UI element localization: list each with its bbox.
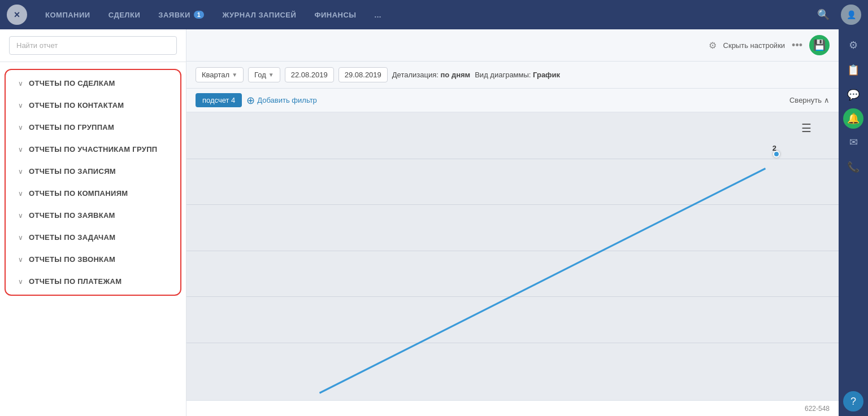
save-button[interactable]: 💾 <box>809 35 830 55</box>
filter-bar: Квартал ▼ Год ▼ 22.08.2019 29.08.2019 Де… <box>186 62 839 89</box>
right-panel: ⚙ Скрыть настройки ••• 💾 Квартал ▼ Год ▼… <box>186 29 839 416</box>
detail-label: Детализация: по дням <box>392 71 470 79</box>
search-input[interactable] <box>9 36 177 55</box>
mail-icon[interactable]: ✉ <box>842 131 865 154</box>
sidebar-item-label: ОТЧЕТЫ ПО ЗВОНКАМ <box>29 255 115 264</box>
sidebar-item-applications[interactable]: ∨ ОТЧЕТЫ ПО ЗАЯВКАМ <box>6 204 180 226</box>
nav-item-journal[interactable]: ЖУРНАЛ ЗАПИСЕЙ <box>213 0 305 29</box>
more-options-icon[interactable]: ••• <box>792 40 802 51</box>
chart-line-path <box>320 168 766 393</box>
sidebar-item-label: ОТЧЕТЫ ПО КОМПАНИЯМ <box>29 189 128 198</box>
chat-icon[interactable]: 💬 <box>842 84 865 106</box>
sidebar-item-companies[interactable]: ∨ ОТЧЕТЫ ПО КОМПАНИЯМ <box>6 182 180 204</box>
date-to[interactable]: 29.08.2019 <box>338 67 388 82</box>
active-tag[interactable]: подсчет 4 <box>196 93 242 107</box>
chevron-icon: ∨ <box>18 234 23 242</box>
sidebar-item-records[interactable]: ∨ ОТЧЕТЫ ПО ЗАПИСЯМ <box>6 160 180 182</box>
sidebar-item-tasks[interactable]: ∨ ОТЧЕТЫ ПО ЗАДАЧАМ <box>6 226 180 248</box>
sidebar-item-label: ОТЧЕТЫ ПО ЗАДАЧАМ <box>29 233 115 242</box>
plus-icon: ⊕ <box>246 94 255 107</box>
nav-item-requests[interactable]: ЗАЯВКИ 1 <box>149 0 213 29</box>
year-select[interactable]: Год ▼ <box>248 67 280 82</box>
chevron-icon: ∨ <box>18 168 23 176</box>
chevron-icon: ∨ <box>18 256 23 264</box>
sidebar-item-label: ОТЧЕТЫ ПО ЗАПИСЯМ <box>29 167 116 176</box>
close-button[interactable]: × <box>7 5 27 25</box>
collapse-button[interactable]: Свернуть ∧ <box>789 96 830 104</box>
sidebar-item-group-members[interactable]: ∨ ОТЧЕТЫ ПО УЧАСТНИКАМ ГРУПП <box>6 138 180 160</box>
chevron-icon: ∨ <box>18 80 23 87</box>
avatar[interactable]: 👤 <box>841 5 861 25</box>
chevron-icon: ∨ <box>18 102 23 110</box>
search-icon[interactable]: 🔍 <box>810 8 836 21</box>
sidebar-item-groups[interactable]: ∨ ОТЧЕТЫ ПО ГРУППАМ <box>6 116 180 138</box>
right-icons-panel: ⚙ 📋 💬 🔔 ✉ 📞 ? <box>839 29 868 416</box>
date-from[interactable]: 22.08.2019 <box>285 67 334 82</box>
nav-item-more[interactable]: ... <box>366 0 390 29</box>
chevron-icon: ∨ <box>18 212 23 220</box>
chevron-icon: ∨ <box>18 146 23 154</box>
period-select[interactable]: Квартал ▼ <box>196 67 244 82</box>
chevron-icon: ∨ <box>18 278 23 286</box>
phone-icon[interactable]: 📞 <box>842 156 865 178</box>
gear-icon[interactable]: ⚙ <box>709 40 717 51</box>
sidebar-search-container <box>0 29 186 62</box>
notification-icon[interactable]: 🔔 <box>843 108 863 129</box>
chevron-down-icon: ▼ <box>232 72 237 78</box>
hide-settings-label[interactable]: Скрыть настройки <box>723 41 785 50</box>
sidebar-outlined-group: ∨ ОТЧЕТЫ ПО СДЕЛКАМ ∨ ОТЧЕТЫ ПО КОНТАКТА… <box>5 69 181 296</box>
chart-area: ☰ 2 <box>186 112 839 400</box>
chart-svg <box>186 112 839 400</box>
controls-bar: ⚙ Скрыть настройки ••• 💾 <box>186 29 839 62</box>
sidebar: ∨ ОТЧЕТЫ ПО СДЕЛКАМ ∨ ОТЧЕТЫ ПО КОНТАКТА… <box>0 29 186 416</box>
tags-bar: подсчет 4 ⊕ Добавить фильтр Свернуть ∧ <box>186 89 839 112</box>
chevron-icon: ∨ <box>18 190 23 198</box>
sidebar-item-label: ОТЧЕТЫ ПО ЗАЯВКАМ <box>29 211 115 220</box>
nav-item-company[interactable]: КОМПАНИИ <box>36 0 99 29</box>
sidebar-item-contacts[interactable]: ∨ ОТЧЕТЫ ПО КОНТАКТАМ <box>6 94 180 116</box>
sidebar-item-label: ОТЧЕТЫ ПО ПЛАТЕЖАМ <box>29 277 121 286</box>
nav-item-deals[interactable]: СДЕЛКИ <box>99 0 150 29</box>
save-icon: 💾 <box>813 39 826 51</box>
sidebar-item-deals[interactable]: ∨ ОТЧЕТЫ ПО СДЕЛКАМ <box>6 72 180 94</box>
add-filter-button[interactable]: ⊕ Добавить фильтр <box>246 94 317 107</box>
sidebar-item-label: ОТЧЕТЫ ПО СДЕЛКАМ <box>29 79 115 87</box>
top-navigation: × КОМПАНИИ СДЕЛКИ ЗАЯВКИ 1 ЖУРНАЛ ЗАПИСЕ… <box>0 0 868 29</box>
help-icon[interactable]: ? <box>843 391 863 411</box>
sidebar-list: ∨ ОТЧЕТЫ ПО СДЕЛКАМ ∨ ОТЧЕТЫ ПО КОНТАКТА… <box>0 62 186 416</box>
sidebar-item-label: ОТЧЕТЫ ПО УЧАСТНИКАМ ГРУПП <box>29 145 157 154</box>
bottom-bar: 622-548 <box>186 400 839 416</box>
main-wrapper: ∨ ОТЧЕТЫ ПО СДЕЛКАМ ∨ ОТЧЕТЫ ПО КОНТАКТА… <box>0 29 868 416</box>
requests-badge: 1 <box>194 11 205 19</box>
chevron-icon: ∨ <box>18 124 23 132</box>
sidebar-item-label: ОТЧЕТЫ ПО КОНТАКТАМ <box>29 101 124 110</box>
settings-right-icon[interactable]: ⚙ <box>842 34 865 56</box>
sidebar-item-label: ОТЧЕТЫ ПО ГРУППАМ <box>29 123 114 132</box>
nav-item-finance[interactable]: ФИНАНСЫ <box>305 0 365 29</box>
sidebar-item-payments[interactable]: ∨ ОТЧЕТЫ ПО ПЛАТЕЖАМ <box>6 270 180 292</box>
sidebar-item-calls[interactable]: ∨ ОТЧЕТЫ ПО ЗВОНКАМ <box>6 248 180 270</box>
chart-type-label: Вид диаграммы: График <box>475 71 560 79</box>
book-icon[interactable]: 📋 <box>842 59 865 81</box>
chevron-down-icon: ▼ <box>268 72 274 78</box>
version-label: 622-548 <box>805 405 830 413</box>
chevron-up-icon: ∧ <box>824 96 830 104</box>
right-panel-and-icons: ⚙ Скрыть настройки ••• 💾 Квартал ▼ Год ▼… <box>186 29 868 416</box>
